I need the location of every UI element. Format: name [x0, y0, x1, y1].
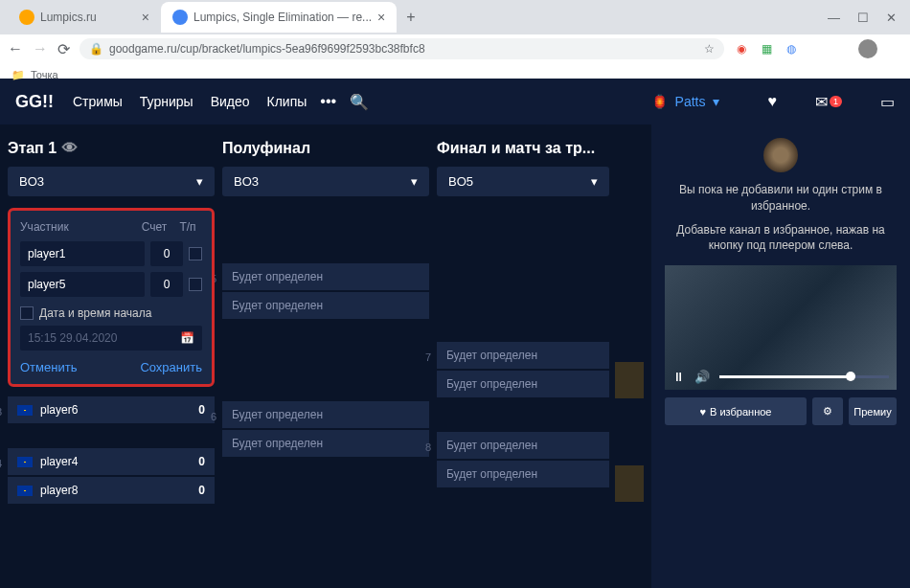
match[interactable]: 5 Будет определен Будет определен: [222, 263, 429, 319]
bookmark-item[interactable]: Точка: [31, 69, 58, 80]
cancel-button[interactable]: Отменить: [20, 360, 77, 374]
ext-icon[interactable]: ⋮: [808, 41, 824, 57]
close-icon[interactable]: ×: [377, 10, 385, 25]
nav-item[interactable]: Видео: [211, 94, 250, 109]
maximize-icon[interactable]: ☐: [857, 11, 869, 25]
sidebar: Вы пока не добавили ни один стрим в избр…: [651, 124, 910, 588]
nav-item[interactable]: Стримы: [73, 94, 123, 109]
button-label: Премиу: [853, 406, 891, 418]
score-input[interactable]: 0: [150, 241, 183, 266]
browser-tab-active[interactable]: Lumpics, Single Elimination — re... ×: [161, 2, 397, 33]
panel-header: Участник Счет Т/п: [20, 220, 202, 234]
lock-icon: 🔒: [89, 42, 103, 56]
minimize-icon[interactable]: —: [828, 11, 840, 25]
player-slot: player6 0: [8, 396, 215, 423]
favorite-button[interactable]: ♥ В избранное: [665, 397, 807, 425]
match[interactable]: 6 Будет определен Будет определен: [222, 401, 429, 457]
video-player[interactable]: ⏸ 🔊: [665, 265, 897, 390]
sidebar-buttons: ♥ В избранное ⚙ Премиу: [665, 397, 897, 425]
date-input[interactable]: 15:15 29.04.2020 📅: [20, 326, 202, 351]
save-button[interactable]: Сохранить: [140, 360, 202, 374]
close-icon[interactable]: ✕: [886, 11, 897, 25]
video-controls: ⏸ 🔊: [672, 370, 889, 384]
format-select[interactable]: BO3 ▾: [8, 167, 215, 196]
url-field[interactable]: 🔒 goodgame.ru/cup/bracket/lumpics-5ea96f…: [80, 38, 724, 59]
site-header: GG!! Стримы Турниры Видео Клипы ••• 🔍 🏮 …: [0, 79, 910, 124]
star-icon[interactable]: ☆: [704, 42, 715, 56]
tbd-slot: Будет определен: [437, 432, 609, 459]
calendar-icon[interactable]: 📅: [180, 331, 194, 345]
match[interactable]: 3 player6 0: [8, 396, 215, 423]
menu-icon[interactable]: ⋮: [887, 41, 902, 57]
format-select[interactable]: BO5 ▾: [437, 167, 609, 196]
match-number: 7: [425, 351, 431, 363]
heart-icon[interactable]: ♥: [767, 93, 777, 110]
match[interactable]: 7 Будет определен Будет определен: [437, 342, 609, 397]
volume-icon[interactable]: 🔊: [694, 370, 710, 384]
user-menu[interactable]: 🏮 Patts ▾: [651, 94, 720, 109]
format-value: BO3: [234, 174, 259, 189]
player-score: 0: [198, 455, 205, 468]
premium-button[interactable]: Премиу: [849, 397, 897, 425]
browser-tab[interactable]: Lumpics.ru ×: [8, 2, 161, 33]
player-row: player5 0: [20, 272, 202, 297]
tp-checkbox[interactable]: [189, 278, 202, 291]
nav-item[interactable]: Клипы: [267, 94, 307, 109]
settings-button[interactable]: ⚙: [812, 397, 843, 425]
chevron-down-icon: ▾: [591, 174, 598, 189]
format-select[interactable]: BO3 ▾: [222, 167, 429, 196]
more-icon[interactable]: •••: [320, 93, 336, 110]
stage-column-1: Этап 1 👁 BO3 ▾ Участник Счет Т/п player1…: [8, 140, 215, 573]
tab-title: Lumpics.ru: [40, 11, 97, 24]
url-text: goodgame.ru/cup/bracket/lumpics-5ea96f96…: [109, 42, 425, 56]
winner-column: [615, 140, 644, 573]
date-label: Дата и время начала: [39, 306, 151, 320]
avatar: [763, 138, 798, 172]
tbd-slot: Будет определен: [222, 263, 429, 290]
close-icon[interactable]: ×: [142, 10, 149, 25]
chevron-down-icon: ▾: [411, 174, 418, 189]
forward-button[interactable]: →: [33, 40, 48, 57]
new-tab-button[interactable]: +: [397, 5, 424, 30]
date-checkbox[interactable]: [20, 306, 34, 320]
match[interactable]: 8 Будет определен Будет определен: [437, 432, 609, 487]
main-content: Этап 1 👁 BO3 ▾ Участник Счет Т/п player1…: [0, 124, 910, 588]
tbd-slot: Будет определен: [437, 342, 609, 369]
sidebar-text: Добавьте канал в избранное, нажав на кно…: [665, 222, 897, 255]
messages-button[interactable]: ✉1: [815, 93, 842, 111]
match-number: 6: [211, 411, 216, 422]
nav-item[interactable]: Турниры: [140, 94, 193, 109]
panel-actions: Отменить Сохранить: [20, 360, 202, 374]
ext-icon[interactable]: ◉: [734, 41, 749, 57]
sidebar-text: Вы пока не добавили ни один стрим в избр…: [665, 182, 897, 215]
chevron-down-icon: ▾: [713, 94, 719, 109]
score-input[interactable]: 0: [150, 272, 183, 297]
reload-button[interactable]: ⟳: [57, 40, 70, 58]
ext-icon[interactable]: ♫: [833, 41, 849, 57]
player-input[interactable]: player1: [20, 241, 145, 266]
player-name: player8: [40, 484, 191, 497]
ext-icon[interactable]: ▦: [759, 41, 774, 57]
tp-checkbox[interactable]: [189, 247, 202, 260]
flag-icon: [17, 457, 33, 467]
logo[interactable]: GG!!: [15, 92, 54, 112]
player-name: player6: [40, 403, 191, 417]
profile-icon[interactable]: [858, 39, 877, 58]
match-number: 4: [0, 458, 2, 469]
ext-icon[interactable]: ◍: [784, 41, 799, 57]
tab-title: Lumpics, Single Elimination — re...: [193, 11, 372, 24]
card-icon[interactable]: ▭: [880, 93, 895, 111]
stage-title: Этап 1 👁: [8, 140, 215, 157]
stage-title: Полуфинал: [222, 140, 429, 157]
pause-icon[interactable]: ⏸: [672, 370, 685, 384]
back-button[interactable]: ←: [8, 40, 23, 57]
eye-off-icon[interactable]: 👁: [62, 140, 78, 157]
user-icon: 🏮: [651, 94, 668, 109]
search-icon[interactable]: 🔍: [350, 93, 369, 111]
flag-icon: [17, 486, 33, 496]
match[interactable]: 4 player4 0 player8 0: [8, 448, 215, 504]
gear-icon: ⚙: [823, 405, 832, 418]
flag-icon: [17, 405, 33, 416]
player-input[interactable]: player5: [20, 272, 145, 297]
volume-slider[interactable]: [719, 375, 889, 378]
